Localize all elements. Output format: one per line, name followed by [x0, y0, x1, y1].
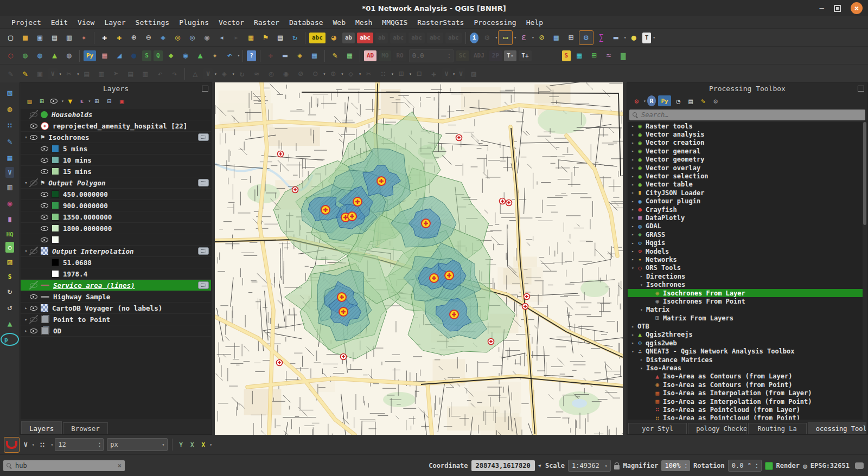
stepper-arrows-icon[interactable]: ▴▾: [448, 53, 450, 59]
open-layer-styling-button[interactable]: ▨: [24, 95, 35, 107]
layer-row[interactable]: [21, 234, 211, 246]
layer-row[interactable]: 5 mins: [21, 143, 211, 155]
undo-tool-button[interactable]: ↶: [223, 49, 237, 62]
visibility-eye-icon[interactable]: [29, 178, 38, 187]
serval-s-button[interactable]: S: [5, 271, 15, 282]
show-layout-manager-button[interactable]: ▥: [62, 31, 76, 44]
layer-row[interactable]: ▾⚑Output Polygon: [21, 177, 211, 189]
menu-database[interactable]: Database: [284, 16, 328, 28]
run-feature-action-button[interactable]: ⚙: [480, 31, 494, 44]
toolbox-item[interactable]: ▸▲Qgis2threejs: [628, 331, 863, 339]
streets-plugin-button[interactable]: S: [142, 50, 151, 61]
menu-processing[interactable]: Processing: [469, 16, 521, 28]
history-button[interactable]: ◔: [673, 95, 684, 107]
map-svg[interactable]: [215, 82, 623, 435]
dropdown-arrow-icon[interactable]: ▾: [88, 99, 91, 104]
rotation-stepper[interactable]: 0.0 °▴▾: [728, 460, 762, 472]
render-checkbox[interactable]: [765, 462, 773, 470]
cad-ro-button[interactable]: RO: [393, 50, 406, 61]
expander-icon[interactable]: ▾: [639, 366, 644, 371]
toolbox-item[interactable]: ▾Iso-Areas: [628, 364, 863, 372]
dropdown-arrow-icon[interactable]: ▾: [50, 442, 53, 447]
cad-mo-button[interactable]: MO: [379, 50, 391, 61]
save-layer-edits-button[interactable]: ▣: [33, 67, 47, 81]
delete-part-button[interactable]: ⊕: [326, 67, 340, 81]
toolbox-item[interactable]: ▸◉Vector general: [628, 147, 863, 155]
add-feature-button[interactable]: ▤: [80, 67, 93, 81]
expander-icon[interactable]: ▸: [630, 324, 636, 329]
trim-extend-button[interactable]: ▨: [467, 67, 481, 81]
toolbox-item[interactable]: ▾∴QNEAT3 - Qgis Network Analysis Toolbox: [628, 348, 863, 356]
toolbox-item[interactable]: ▸◉Vector selection: [628, 172, 863, 180]
paste-features-button[interactable]: ▥: [138, 67, 152, 81]
dropdown-arrow-icon[interactable]: ▾: [341, 72, 343, 76]
collapse-all-button[interactable]: ⊟: [104, 95, 115, 107]
split-features-button[interactable]: ∷: [376, 67, 390, 81]
plugin-globe-button[interactable]: ◉: [3, 196, 17, 210]
terrain-plugin-button[interactable]: ▲: [194, 49, 207, 62]
dropdown-arrow-icon[interactable]: ▾: [214, 72, 217, 76]
search-layers-button[interactable]: ◍: [62, 49, 76, 62]
add-delimited-text-button[interactable]: ∷: [3, 118, 17, 132]
menu-rasterstats[interactable]: RasterStats: [412, 16, 469, 28]
menu-project[interactable]: Project: [7, 16, 46, 28]
open-attribute-table-button[interactable]: ▦: [550, 31, 563, 44]
expander-icon[interactable]: ▾: [639, 282, 644, 287]
expander-icon[interactable]: ▾: [630, 266, 636, 271]
filter-legend-button[interactable]: ▼: [65, 95, 76, 107]
snapping-type-button[interactable]: ∷: [35, 438, 49, 452]
layer-row[interactable]: ▾Output Interpolation: [21, 246, 211, 257]
locator-search-input[interactable]: hub ×: [3, 460, 125, 471]
dock-tab[interactable]: yer Styl: [628, 423, 687, 434]
expander-icon[interactable]: ▾: [23, 134, 29, 140]
data-source-manager-button[interactable]: ▧: [3, 86, 17, 100]
expander-icon[interactable]: ▸: [630, 241, 636, 246]
add-ring-button[interactable]: ◎: [265, 67, 278, 81]
layer-row[interactable]: 1800.0000000: [21, 223, 211, 234]
topology-tool-button[interactable]: ◈: [293, 49, 307, 62]
layer-row[interactable]: ✚reprojected_amenity_hospital [22]: [21, 120, 211, 132]
deselect-features-button[interactable]: ⊘: [535, 31, 548, 44]
leaf-plugin-button[interactable]: ◆: [164, 49, 178, 62]
gdrive-layer-button[interactable]: ▲: [3, 317, 17, 331]
zoom-to-selection-button[interactable]: ◎: [171, 31, 184, 44]
p-plugin-button[interactable]: p: [1, 333, 19, 346]
move-label-button[interactable]: ab: [375, 33, 388, 43]
toolbox-item[interactable]: ▸✦Networks: [628, 255, 863, 263]
scrollbar[interactable]: [863, 122, 867, 420]
visibility-eye-icon[interactable]: [40, 235, 49, 244]
move-feature-button[interactable]: V: [203, 68, 213, 79]
menu-vector[interactable]: Vector: [214, 16, 249, 28]
toolbox-item[interactable]: ▾Isochrones: [628, 280, 863, 288]
python-scripts-button[interactable]: Py: [658, 95, 671, 106]
menu-layer[interactable]: Layer: [99, 16, 130, 28]
new-spatial-bookmark-button[interactable]: ⚑: [259, 31, 272, 44]
expander-icon[interactable]: ▸: [630, 165, 636, 170]
expander-icon[interactable]: ▸: [630, 340, 636, 345]
float-panel-icon[interactable]: [202, 86, 208, 92]
cad-adj-button[interactable]: ADJ: [471, 50, 487, 61]
toolbox-item[interactable]: ▸◉Vector table: [628, 181, 863, 189]
expander-icon[interactable]: ▸: [639, 357, 644, 362]
messages-icon[interactable]: [855, 462, 864, 469]
layer-row[interactable]: 450.0000000: [21, 189, 211, 200]
mmqgis-button[interactable]: ◍: [18, 49, 32, 62]
toggle-processing-toolbox-button[interactable]: ⚙: [579, 30, 593, 45]
toolbox-item[interactable]: ▸◍GDAL: [628, 222, 863, 230]
copy-move-feature-button[interactable]: ◈: [218, 67, 231, 81]
advanced-digitizing-panel-button[interactable]: △: [188, 67, 202, 81]
layer-row[interactable]: 1978.4: [21, 268, 211, 280]
toolbox-item[interactable]: ▸⚙qgis2web: [628, 339, 863, 347]
hand-card-tool-button[interactable]: ▬: [278, 49, 292, 62]
add-virtual-layer-button[interactable]: V: [5, 167, 15, 178]
layer-row[interactable]: ▸CartoDB Voyager (no labels): [21, 303, 211, 314]
dropdown-arrow-icon[interactable]: ▾: [624, 35, 627, 40]
dock-tab[interactable]: ocessing Tool: [808, 422, 866, 434]
expander-icon[interactable]: ▸: [630, 190, 636, 195]
append-to-table-button[interactable]: ⊞: [587, 49, 601, 62]
memory-layer-indicator-icon[interactable]: [198, 247, 209, 255]
dropdown-arrow-icon[interactable]: ▾: [495, 35, 497, 40]
edit-features-in-place-button[interactable]: ✎: [698, 95, 709, 107]
float-panel-icon[interactable]: [858, 86, 864, 92]
zoom-next-button[interactable]: ▸: [229, 31, 243, 44]
